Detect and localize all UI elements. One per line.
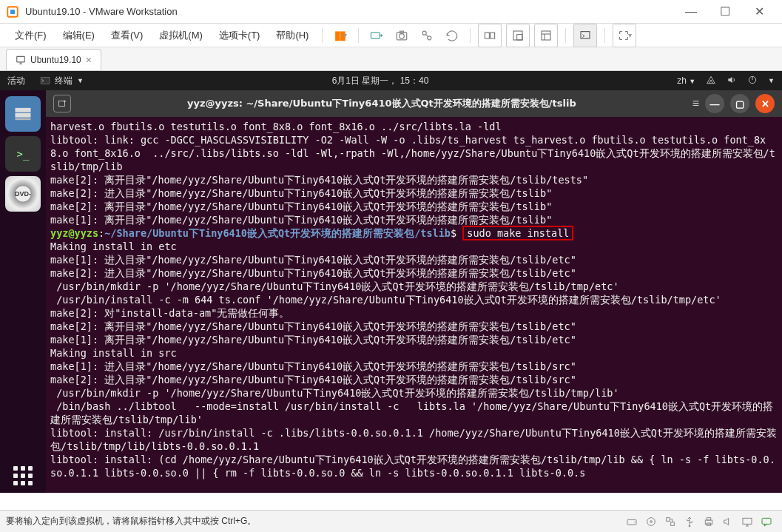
pause-button[interactable]: ▮▮▾ xyxy=(328,24,352,47)
menu-help[interactable]: 帮助(H) xyxy=(269,26,316,45)
fullscreen-button[interactable]: ▾ xyxy=(613,24,636,47)
snapshot-button[interactable] xyxy=(390,24,414,47)
volume-icon[interactable] xyxy=(727,75,737,87)
terminal-body[interactable]: harvest.o fbutils.o testutils.o font_8x8… xyxy=(46,117,782,493)
terminal-window: yyz@yyzs: ~/Share/Ubuntu下Tiny6410嵌入式Qt开发… xyxy=(46,90,782,493)
tab-label: Ubuntu19.10 xyxy=(30,55,81,65)
separator xyxy=(604,28,605,43)
status-usb-icon[interactable] xyxy=(681,514,698,530)
menu-file[interactable]: 文件(F) xyxy=(7,26,54,45)
svg-point-22 xyxy=(634,522,635,522)
app-menu[interactable]: 终端 ▼ xyxy=(40,75,84,87)
app-menu-label: 终端 xyxy=(55,75,73,87)
terminal-close-button[interactable]: ✕ xyxy=(755,94,775,113)
separator xyxy=(322,28,323,43)
svg-point-24 xyxy=(650,520,653,522)
guest-desktop[interactable]: 活动 终端 ▼ 6月1日 星期一， 15：40 zh ▼ ▼ >_ DVD- y… xyxy=(0,71,782,493)
svg-rect-9 xyxy=(491,33,495,38)
tab-close-button[interactable]: × xyxy=(86,54,92,66)
svg-point-3 xyxy=(400,33,405,38)
svg-rect-15 xyxy=(41,77,50,84)
stretch-button[interactable] xyxy=(506,24,530,47)
svg-rect-14 xyxy=(17,56,25,62)
vm-tab[interactable]: Ubuntu19.10 × xyxy=(6,49,101,70)
svg-rect-26 xyxy=(671,522,675,525)
svg-rect-17 xyxy=(16,108,31,112)
svg-rect-32 xyxy=(762,518,771,524)
svg-rect-29 xyxy=(707,517,710,519)
terminal-title: yyz@yyzs: ~/Share/Ubuntu下Tiny6410嵌入式Qt开发… xyxy=(77,97,687,110)
status-disk-icon[interactable] xyxy=(624,514,640,530)
new-tab-button[interactable] xyxy=(53,95,71,112)
svg-rect-2 xyxy=(371,32,380,38)
power-icon[interactable] xyxy=(747,75,758,87)
svg-rect-8 xyxy=(485,33,490,38)
status-message-icon[interactable] xyxy=(758,514,775,530)
chevron-down-icon: ▼ xyxy=(768,77,775,84)
window-title: Ubuntu19.10 - VMware Workstation xyxy=(25,6,674,17)
status-hint: 要将输入定向到该虚拟机，请将鼠标指针移入其中或按 Ctrl+G。 xyxy=(6,515,256,528)
status-display-icon[interactable] xyxy=(739,514,755,530)
svg-rect-1 xyxy=(10,10,15,14)
terminal-maximize-button[interactable]: ▢ xyxy=(730,94,749,113)
terminal-minimize-button[interactable]: — xyxy=(705,94,724,113)
svg-rect-12 xyxy=(542,31,550,40)
svg-point-27 xyxy=(689,525,691,527)
status-printer-icon[interactable] xyxy=(701,514,717,530)
input-method[interactable]: zh ▼ xyxy=(677,75,695,86)
unity-button[interactable] xyxy=(534,24,558,47)
send-keys-button[interactable] xyxy=(365,24,388,47)
activities-button[interactable]: 活动 xyxy=(7,75,25,87)
terminal-icon xyxy=(40,75,50,86)
separator xyxy=(470,28,471,43)
gnome-topbar: 活动 终端 ▼ 6月1日 星期一， 15：40 zh ▼ ▼ xyxy=(0,71,782,90)
menubar: 文件(F) 编辑(E) 查看(V) 虚拟机(M) 选项卡(T) 帮助(H) ▮▮… xyxy=(0,24,782,47)
svg-rect-10 xyxy=(513,31,522,40)
menu-view[interactable]: 查看(V) xyxy=(104,26,150,45)
dock: >_ DVD- xyxy=(0,90,46,493)
separator xyxy=(358,28,359,43)
svg-rect-31 xyxy=(743,518,752,524)
revert-snapshot-button[interactable] xyxy=(440,24,464,47)
dock-apps-grid[interactable] xyxy=(13,466,33,485)
vmware-icon xyxy=(6,5,19,18)
manage-snapshot-button[interactable] xyxy=(415,24,439,47)
svg-rect-25 xyxy=(667,517,670,521)
window-titlebar: Ubuntu19.10 - VMware Workstation — ☐ ✕ xyxy=(0,0,782,24)
menu-edit[interactable]: 编辑(E) xyxy=(55,26,102,45)
statusbar: 要将输入定向到该虚拟机，请将鼠标指针移入其中或按 Ctrl+G。 xyxy=(0,510,782,532)
status-cd-icon[interactable] xyxy=(643,514,659,530)
menu-tabs[interactable]: 选项卡(T) xyxy=(212,26,268,45)
dock-files[interactable] xyxy=(5,96,41,132)
svg-rect-20 xyxy=(58,101,64,107)
tabbar: Ubuntu19.10 × xyxy=(0,47,782,71)
terminal-headerbar: yyz@yyzs: ~/Share/Ubuntu下Tiny6410嵌入式Qt开发… xyxy=(46,90,782,117)
svg-rect-19 xyxy=(16,118,31,120)
chevron-down-icon: ▼ xyxy=(77,77,84,84)
dock-dvd[interactable]: DVD- xyxy=(5,176,41,212)
separator xyxy=(565,28,566,43)
status-sound-icon[interactable] xyxy=(720,514,736,530)
clock[interactable]: 6月1日 星期一， 15：40 xyxy=(84,75,677,87)
monitor-icon xyxy=(16,55,26,65)
status-network-icon[interactable] xyxy=(662,514,678,530)
fit-guest-button[interactable] xyxy=(478,24,502,47)
window-close-button[interactable]: ✕ xyxy=(742,0,776,24)
console-button[interactable] xyxy=(573,24,597,47)
svg-rect-28 xyxy=(705,520,712,524)
dock-terminal[interactable]: >_ xyxy=(5,136,41,172)
svg-rect-18 xyxy=(16,113,31,118)
hamburger-menu-button[interactable]: ≡ xyxy=(692,97,699,110)
window-minimize-button[interactable]: — xyxy=(674,0,708,24)
window-maximize-button[interactable]: ☐ xyxy=(708,0,742,24)
svg-rect-11 xyxy=(517,34,522,39)
svg-rect-13 xyxy=(581,31,590,38)
svg-point-23 xyxy=(647,517,655,525)
menu-vm[interactable]: 虚拟机(M) xyxy=(152,26,210,45)
network-icon[interactable] xyxy=(706,75,716,87)
